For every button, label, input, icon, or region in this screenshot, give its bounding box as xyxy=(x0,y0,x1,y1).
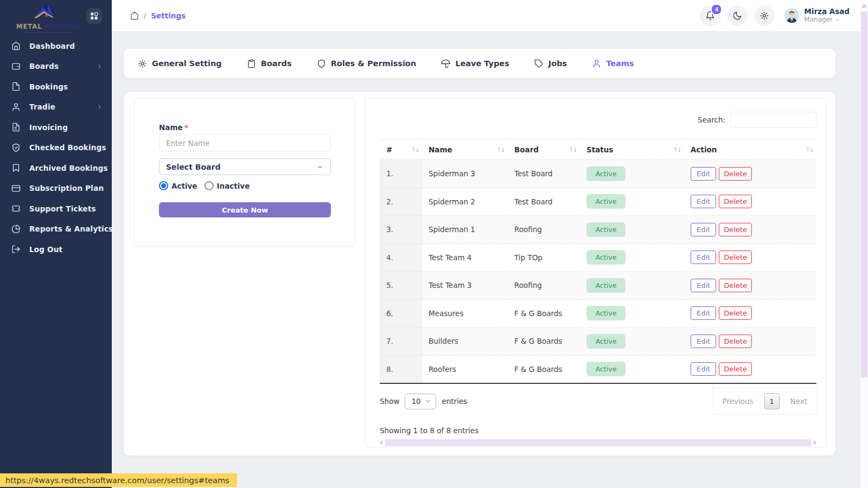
user-icon xyxy=(11,102,21,112)
sidebar-item-bookings[interactable]: Bookings xyxy=(0,76,112,97)
table-row: 5.Test Team 3RoofingActiveEditDelete xyxy=(380,272,816,300)
team-board: Tip TOp xyxy=(508,243,580,272)
sort-icon[interactable]: ↑↓ xyxy=(806,146,813,153)
delete-button[interactable]: Delete xyxy=(719,279,752,292)
entries-summary: Showing 1 to 8 of 8 entries xyxy=(380,426,816,435)
breadcrumb: / Settings xyxy=(130,11,186,20)
radio-inactive[interactable] xyxy=(205,181,214,190)
tab-boards[interactable]: Boards xyxy=(247,59,292,68)
sidebar-item-label: Boards xyxy=(29,62,96,70)
home-icon[interactable] xyxy=(130,11,139,20)
page-1-button[interactable]: 1 xyxy=(764,393,780,409)
teams-card: Name* Select Board Active Inactive Creat… xyxy=(124,92,835,455)
edit-button[interactable]: Edit xyxy=(691,335,716,348)
sort-icon[interactable]: ↑↓ xyxy=(411,146,419,153)
next-page-button[interactable]: Next xyxy=(790,397,807,406)
sidebar-item-label: Support Tickets xyxy=(29,204,103,213)
tab-jobs[interactable]: Jobs xyxy=(534,59,567,68)
sidebar-item-dashboard[interactable]: Dashboard xyxy=(0,36,112,56)
horizontal-scrollbar-thumb[interactable] xyxy=(385,439,811,446)
delete-button[interactable]: Delete xyxy=(719,195,752,208)
scroll-up-arrow-icon[interactable] xyxy=(861,4,867,8)
edit-button[interactable]: Edit xyxy=(691,306,716,320)
sidebar-item-invoicing[interactable]: Invoicing xyxy=(0,117,112,138)
tab-roles-permission[interactable]: Roles & Permission xyxy=(317,59,417,68)
tab-leave-types[interactable]: Leave Types xyxy=(441,59,509,68)
scroll-left-arrow-icon[interactable] xyxy=(380,440,382,445)
sidebar-item-tradie[interactable]: Tradie xyxy=(0,97,112,118)
column-header-[interactable]: #↑↓ xyxy=(380,140,422,160)
edit-button[interactable]: Edit xyxy=(691,362,716,376)
brand-word-metal: METAL xyxy=(16,23,42,30)
bookmark-icon xyxy=(11,163,21,172)
sidebar-item-label: Subscription Plan xyxy=(29,184,104,192)
pie-chart-icon xyxy=(11,224,21,234)
required-asterisk: * xyxy=(184,123,188,132)
vertical-scrollbar[interactable] xyxy=(860,0,868,488)
search-input[interactable] xyxy=(731,112,816,128)
column-header-name[interactable]: Name↑↓ xyxy=(422,140,508,160)
file-text-icon xyxy=(11,123,21,132)
sidebar-item-archived-bookings[interactable]: Archived Bookings xyxy=(0,158,112,178)
sort-icon[interactable]: ↑↓ xyxy=(497,146,505,153)
edit-button[interactable]: Edit xyxy=(691,251,716,264)
sidebar-item-reports-analytics[interactable]: Reports & Analytics xyxy=(0,219,112,240)
delete-button[interactable]: Delete xyxy=(719,223,752,236)
sidebar-item-checked-bookings[interactable]: Checked Bookings xyxy=(0,138,112,158)
delete-button[interactable]: Delete xyxy=(719,306,752,320)
delete-button[interactable]: Delete xyxy=(719,335,752,348)
create-now-button[interactable]: Create Now xyxy=(159,202,331,217)
tab-label: General Setting xyxy=(152,59,222,68)
page-size-select[interactable]: 10 xyxy=(405,394,436,409)
tag-icon xyxy=(534,59,544,68)
sidebar-item-boards[interactable]: Boards xyxy=(0,56,112,77)
edit-button[interactable]: Edit xyxy=(691,167,716,181)
column-header-status[interactable]: Status↑↓ xyxy=(580,140,684,160)
sidebar-menu: DashboardBoardsBookingsTradieInvoicingCh… xyxy=(0,36,112,260)
edit-button[interactable]: Edit xyxy=(691,279,716,292)
board-icon xyxy=(11,62,21,71)
user-menu[interactable]: Mirza Asad Manager xyxy=(784,7,850,24)
team-board: Roofing xyxy=(508,216,580,244)
sidebar-item-label: Bookings xyxy=(29,82,103,91)
tab-general-setting[interactable]: General Setting xyxy=(138,59,222,68)
sidebar-item-subscription-plan[interactable]: Subscription Plan xyxy=(0,178,112,199)
vertical-scrollbar-thumb[interactable] xyxy=(861,11,867,377)
notifications-button[interactable]: 4 xyxy=(700,5,720,26)
board-select[interactable]: Select Board xyxy=(159,158,331,175)
settings-button[interactable] xyxy=(754,5,775,26)
entries-label: entries xyxy=(442,397,467,406)
logo-divider xyxy=(24,32,71,33)
settings-tabs: General SettingBoardsRoles & PermissionL… xyxy=(138,59,634,68)
delete-button[interactable]: Delete xyxy=(719,251,752,264)
edit-button[interactable]: Edit xyxy=(691,223,716,236)
edit-button[interactable]: Edit xyxy=(691,195,716,208)
status-badge: Active xyxy=(586,222,626,237)
radio-active[interactable] xyxy=(159,181,168,190)
sidebar-item-log-out[interactable]: Log Out xyxy=(0,239,112,260)
chevron-right-icon xyxy=(96,104,103,111)
column-header-action[interactable]: Action↑↓ xyxy=(684,140,816,160)
scroll-right-arrow-icon[interactable] xyxy=(814,440,816,445)
delete-button[interactable]: Delete xyxy=(719,167,752,181)
sidebar-item-label: Checked Bookings xyxy=(29,143,106,152)
column-header-board[interactable]: Board↑↓ xyxy=(508,140,580,160)
sidebar-item-support-tickets[interactable]: Support Tickets xyxy=(0,198,112,219)
previous-page-button[interactable]: Previous xyxy=(722,397,753,406)
dark-mode-button[interactable] xyxy=(727,5,748,26)
team-name: Spiderman 1 xyxy=(422,216,508,244)
breadcrumb-page[interactable]: Settings xyxy=(151,11,186,20)
file-icon xyxy=(11,82,21,91)
row-number: 5. xyxy=(380,272,422,300)
brand-logo: METAL ROOFING xyxy=(16,3,79,33)
team-name-input[interactable] xyxy=(159,134,331,151)
tab-teams[interactable]: Teams xyxy=(592,59,634,68)
delete-button[interactable]: Delete xyxy=(719,362,752,376)
apps-grid-button[interactable] xyxy=(86,8,102,24)
radio-inactive-label: Inactive xyxy=(217,182,250,190)
breadcrumb-separator: / xyxy=(144,11,146,20)
team-board: F & G Boards xyxy=(508,328,580,356)
sort-icon[interactable]: ↑↓ xyxy=(569,146,577,153)
table-row: 4.Test Team 4Tip TOpActiveEditDelete xyxy=(380,243,816,272)
sort-icon[interactable]: ↑↓ xyxy=(673,146,681,153)
